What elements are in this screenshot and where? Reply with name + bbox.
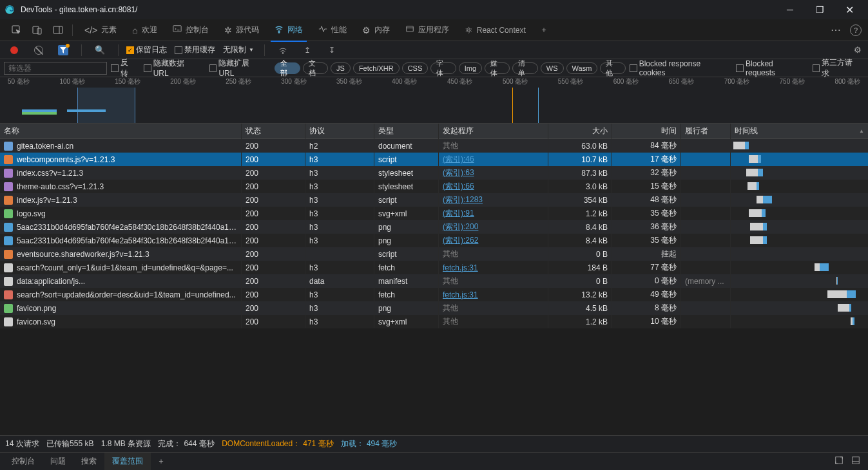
filter-pill-全部[interactable]: 全部 bbox=[275, 62, 300, 74]
table-row[interactable]: favicon.png200h3png其他4.5 kB8 毫秒 bbox=[0, 301, 868, 315]
tab-application[interactable]: 应用程序 bbox=[398, 19, 457, 41]
pulse-icon bbox=[318, 24, 327, 35]
filter-toggle[interactable] bbox=[56, 43, 70, 57]
checkbox-label: Blocked requests bbox=[746, 59, 804, 77]
col-type[interactable]: 类型 bbox=[374, 124, 439, 139]
download-icon[interactable]: ↧ bbox=[325, 43, 339, 57]
timeline-tick: 150 毫秒 bbox=[115, 77, 140, 88]
filter-pill-媒体[interactable]: 媒体 bbox=[485, 62, 510, 74]
table-row[interactable]: 5aac2331b0d4d695fab760f4e2a584f30c18b264… bbox=[0, 234, 868, 247]
table-row[interactable]: index.css?v=1.21.3200h3stylesheet(索引):63… bbox=[0, 166, 868, 180]
timeline-tick: 50 毫秒 bbox=[8, 77, 30, 88]
dock-icon[interactable] bbox=[51, 23, 65, 37]
search-icon[interactable]: 🔍 bbox=[93, 43, 107, 57]
col-size[interactable]: 大小 bbox=[548, 124, 612, 139]
col-fulfilled[interactable]: 履行者 bbox=[681, 124, 731, 139]
upload-icon[interactable]: ↥ bbox=[300, 43, 314, 57]
main-tabbar: </>元素 ⌂欢迎 控制台 ✲源代码 网络 性能 ⚙内存 应用程序 ⚛React… bbox=[0, 19, 868, 41]
col-name[interactable]: 名称 bbox=[0, 124, 242, 139]
help-icon[interactable]: ? bbox=[850, 24, 862, 36]
drawer-add-icon[interactable]: ＋ bbox=[154, 455, 168, 469]
table-row[interactable]: logo.svg200h3svg+xml(索引):911.2 kB35 毫秒 bbox=[0, 207, 868, 220]
tab-react[interactable]: ⚛React Context bbox=[457, 19, 534, 41]
tab-label: 欢迎 bbox=[142, 24, 157, 35]
table-row[interactable]: data:application/js...200datamanifest其他0… bbox=[0, 274, 868, 288]
table-row[interactable]: webcomponents.js?v=1.21.3200h3script(索引)… bbox=[0, 153, 868, 166]
checkbox-label: 反转 bbox=[121, 57, 136, 79]
filter-pill-字体[interactable]: 字体 bbox=[430, 62, 456, 74]
timeline-tick: 800 毫秒 bbox=[835, 77, 860, 88]
timeline-overview[interactable]: 50 毫秒100 毫秒150 毫秒200 毫秒250 毫秒300 毫秒350 毫… bbox=[0, 77, 868, 124]
filter-pill-WS[interactable]: WS bbox=[541, 62, 564, 74]
tab-label: 性能 bbox=[331, 24, 347, 35]
col-protocol[interactable]: 协议 bbox=[305, 124, 374, 139]
disable-cache-checkbox[interactable]: 禁用缓存 bbox=[175, 44, 215, 55]
tab-label: 控制台 bbox=[186, 24, 209, 35]
filter-pill-文档[interactable]: 文档 bbox=[303, 62, 328, 74]
close-button[interactable]: ✕ bbox=[834, 0, 864, 19]
filter-input[interactable] bbox=[4, 62, 107, 75]
tab-network[interactable]: 网络 bbox=[267, 19, 311, 41]
tab-memory[interactable]: ⚙内存 bbox=[354, 19, 398, 41]
table-row[interactable]: search?sort=updated&order=desc&uid=1&tea… bbox=[0, 288, 868, 301]
drawer-tab-search[interactable]: 搜索 bbox=[73, 453, 104, 471]
drawer-tab-coverage[interactable]: 覆盖范围 bbox=[104, 453, 151, 471]
col-time[interactable]: 时间 bbox=[612, 124, 681, 139]
col-waterfall[interactable]: 时间线▲ bbox=[731, 124, 868, 139]
invert-checkbox[interactable]: 反转 bbox=[111, 57, 136, 79]
react-icon: ⚛ bbox=[465, 25, 473, 35]
tab-sources[interactable]: ✲源代码 bbox=[217, 19, 267, 41]
settings-gear-icon[interactable]: ⚙ bbox=[854, 45, 862, 55]
filter-pill-Fetch/XHR[interactable]: Fetch/XHR bbox=[353, 62, 400, 74]
add-tab-icon[interactable]: ＋ bbox=[537, 23, 551, 37]
throttle-dropdown[interactable]: 无限制▼ bbox=[223, 44, 254, 55]
tab-elements[interactable]: </>元素 bbox=[77, 19, 124, 41]
col-initiator[interactable]: 发起程序 bbox=[439, 124, 548, 139]
status-load-label: 加载： bbox=[341, 438, 364, 449]
preserve-log-checkbox[interactable]: 保留日志 bbox=[126, 44, 167, 55]
filter-pill-清单[interactable]: 清单 bbox=[512, 62, 537, 74]
filter-pill-Wasm[interactable]: Wasm bbox=[566, 62, 598, 74]
more-icon[interactable]: ⋯ bbox=[831, 24, 841, 36]
filter-pill-JS[interactable]: JS bbox=[331, 62, 351, 74]
edge-icon bbox=[4, 4, 15, 15]
third-party-checkbox[interactable]: 第三方请求 bbox=[813, 57, 861, 79]
filter-pill-CSS[interactable]: CSS bbox=[402, 62, 429, 74]
inspect-icon[interactable] bbox=[10, 23, 24, 37]
drawer-tab-console[interactable]: 控制台 bbox=[4, 453, 43, 471]
hide-ext-url-checkbox[interactable]: 隐藏扩展 URL bbox=[209, 58, 267, 78]
checkbox-label: 保留日志 bbox=[136, 44, 167, 55]
status-transferred: 已传输555 kB bbox=[46, 438, 93, 449]
home-icon: ⌂ bbox=[132, 25, 137, 35]
table-row[interactable]: gitea.token-ai.cn200h2document其他63.0 kB8… bbox=[0, 139, 868, 153]
device-icon[interactable] bbox=[30, 23, 44, 37]
svg-rect-2 bbox=[33, 26, 39, 33]
drawer-expand-icon[interactable] bbox=[834, 456, 844, 467]
filter-pill-Img[interactable]: Img bbox=[459, 62, 482, 74]
drawer-dock-icon[interactable] bbox=[851, 456, 860, 467]
tab-console[interactable]: 控制台 bbox=[165, 19, 217, 41]
drawer-tab-issues[interactable]: 问题 bbox=[43, 453, 73, 471]
clear-button[interactable] bbox=[32, 43, 46, 57]
tab-welcome[interactable]: ⌂欢迎 bbox=[124, 19, 164, 41]
tab-label: 网络 bbox=[287, 24, 303, 35]
tab-label: React Context bbox=[477, 26, 526, 35]
blocked-cookies-checkbox[interactable]: Blocked response cookies bbox=[630, 59, 728, 77]
maximize-button[interactable]: ❐ bbox=[805, 0, 834, 19]
col-status[interactable]: 状态 bbox=[242, 124, 305, 139]
filter-pill-其他[interactable]: 其他 bbox=[600, 62, 625, 74]
table-row[interactable]: 5aac2331b0d4d695fab760f4e2a584f30c18b264… bbox=[0, 220, 868, 234]
record-button[interactable] bbox=[7, 43, 21, 57]
table-row[interactable]: eventsource.sharedworker.js?v=1.21.3200s… bbox=[0, 247, 868, 261]
tab-label: 应用程序 bbox=[418, 24, 449, 35]
table-row[interactable]: favicon.svg200h3svg+xml其他1.2 kB10 毫秒 bbox=[0, 315, 868, 328]
tab-performance[interactable]: 性能 bbox=[311, 19, 354, 41]
hide-data-url-checkbox[interactable]: 隐藏数据 URL bbox=[144, 58, 202, 78]
table-row[interactable]: index.js?v=1.21.3200h3script(索引):1283354… bbox=[0, 193, 868, 207]
minimize-button[interactable]: ─ bbox=[775, 0, 805, 19]
code-icon: </> bbox=[84, 25, 97, 35]
table-row[interactable]: theme-auto.css?v=1.21.3200h3stylesheet(索… bbox=[0, 180, 868, 193]
blocked-requests-checkbox[interactable]: Blocked requests bbox=[736, 59, 804, 77]
table-row[interactable]: search?count_only=1&uid=1&team_id=undefi… bbox=[0, 261, 868, 274]
network-conditions-icon[interactable] bbox=[276, 43, 290, 57]
